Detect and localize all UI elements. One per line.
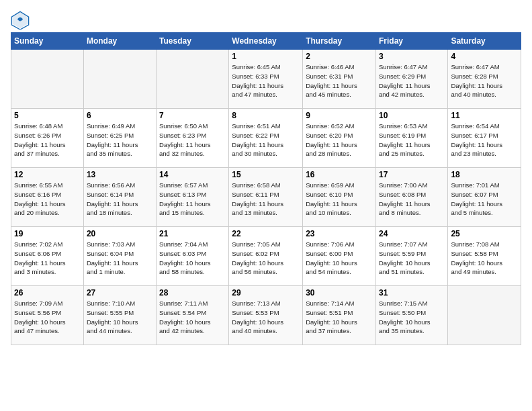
calendar-cell: 2Sunrise: 6:46 AM Sunset: 6:31 PM Daylig… [303,50,376,109]
day-info: Sunrise: 6:48 AM Sunset: 6:26 PM Dayligh… [14,122,81,158]
weekday-header: Wednesday [229,33,303,50]
weekday-header: Monday [83,33,156,50]
calendar-cell: 25Sunrise: 7:08 AM Sunset: 5:58 PM Dayli… [448,227,521,286]
day-info: Sunrise: 7:00 AM Sunset: 6:08 PM Dayligh… [379,181,445,218]
calendar-week: 5Sunrise: 6:48 AM Sunset: 6:26 PM Daylig… [11,109,521,168]
calendar-week: 26Sunrise: 7:09 AM Sunset: 5:56 PM Dayli… [11,286,521,345]
calendar-week: 12Sunrise: 6:55 AM Sunset: 6:16 PM Dayli… [11,168,521,227]
calendar-cell: 24Sunrise: 7:07 AM Sunset: 5:59 PM Dayli… [375,227,447,286]
day-number: 22 [232,229,300,238]
day-info: Sunrise: 6:50 AM Sunset: 6:23 PM Dayligh… [159,122,226,158]
calendar-cell: 19Sunrise: 7:02 AM Sunset: 6:06 PM Dayli… [11,227,84,286]
calendar-cell: 9Sunrise: 6:52 AM Sunset: 6:20 PM Daylig… [303,109,376,168]
calendar-cell: 15Sunrise: 6:58 AM Sunset: 6:11 PM Dayli… [229,168,303,227]
day-info: Sunrise: 6:55 AM Sunset: 6:16 PM Dayligh… [14,181,81,218]
calendar-header: SundayMondayTuesdayWednesdayThursdayFrid… [11,33,521,50]
day-info: Sunrise: 7:15 AM Sunset: 5:50 PM Dayligh… [379,299,445,336]
calendar-cell: 3Sunrise: 6:47 AM Sunset: 6:29 PM Daylig… [375,50,447,109]
calendar-cell: 29Sunrise: 7:13 AM Sunset: 5:53 PM Dayli… [229,286,303,345]
day-number: 31 [379,288,445,298]
day-info: Sunrise: 6:49 AM Sunset: 6:25 PM Dayligh… [87,122,153,158]
calendar-table: SundayMondayTuesdayWednesdayThursdayFrid… [11,32,521,345]
day-info: Sunrise: 6:59 AM Sunset: 6:10 PM Dayligh… [306,181,373,218]
day-number: 19 [14,229,81,238]
logo-icon [11,11,30,30]
calendar-cell: 5Sunrise: 6:48 AM Sunset: 6:26 PM Daylig… [11,109,84,168]
day-number: 4 [451,52,518,61]
day-number: 6 [87,111,153,120]
day-info: Sunrise: 7:07 AM Sunset: 5:59 PM Dayligh… [379,240,445,277]
day-number: 29 [232,288,300,298]
day-number: 17 [379,170,445,179]
weekday-header: Saturday [448,33,521,50]
day-number: 28 [159,288,226,298]
day-info: Sunrise: 6:58 AM Sunset: 6:11 PM Dayligh… [232,181,300,218]
calendar-cell: 6Sunrise: 6:49 AM Sunset: 6:25 PM Daylig… [83,109,156,168]
day-number: 26 [14,288,81,298]
calendar-cell [157,50,229,109]
day-info: Sunrise: 7:06 AM Sunset: 6:00 PM Dayligh… [306,240,373,277]
logo [11,11,31,30]
calendar-cell: 18Sunrise: 7:01 AM Sunset: 6:07 PM Dayli… [448,168,521,227]
weekday-header: Friday [375,33,447,50]
weekday-header: Thursday [303,33,376,50]
day-number: 10 [379,111,445,120]
calendar-cell: 27Sunrise: 7:10 AM Sunset: 5:55 PM Dayli… [83,286,156,345]
day-info: Sunrise: 7:14 AM Sunset: 5:51 PM Dayligh… [306,299,373,336]
day-info: Sunrise: 7:10 AM Sunset: 5:55 PM Dayligh… [87,299,153,336]
day-number: 8 [232,111,300,120]
calendar-cell: 31Sunrise: 7:15 AM Sunset: 5:50 PM Dayli… [375,286,447,345]
day-number: 14 [159,170,226,179]
calendar-body: 1Sunrise: 6:45 AM Sunset: 6:33 PM Daylig… [11,50,521,345]
calendar-cell [11,50,84,109]
calendar-cell [83,50,156,109]
weekday-header: Sunday [11,33,84,50]
calendar-cell: 14Sunrise: 6:57 AM Sunset: 6:13 PM Dayli… [157,168,229,227]
day-info: Sunrise: 6:53 AM Sunset: 6:19 PM Dayligh… [379,122,445,158]
day-number: 30 [306,288,373,298]
day-info: Sunrise: 7:09 AM Sunset: 5:56 PM Dayligh… [14,299,81,336]
calendar-cell [448,286,521,345]
calendar-cell: 28Sunrise: 7:11 AM Sunset: 5:54 PM Dayli… [157,286,229,345]
calendar-cell: 26Sunrise: 7:09 AM Sunset: 5:56 PM Dayli… [11,286,84,345]
day-info: Sunrise: 7:04 AM Sunset: 6:03 PM Dayligh… [159,240,226,277]
calendar-cell: 11Sunrise: 6:54 AM Sunset: 6:17 PM Dayli… [448,109,521,168]
calendar-cell: 22Sunrise: 7:05 AM Sunset: 6:02 PM Dayli… [229,227,303,286]
day-number: 23 [306,229,373,238]
day-number: 11 [451,111,518,120]
weekday-header: Tuesday [157,33,229,50]
calendar-week: 1Sunrise: 6:45 AM Sunset: 6:33 PM Daylig… [11,50,521,109]
day-number: 2 [306,52,373,61]
calendar-cell: 20Sunrise: 7:03 AM Sunset: 6:04 PM Dayli… [83,227,156,286]
day-info: Sunrise: 6:57 AM Sunset: 6:13 PM Dayligh… [159,181,226,218]
calendar-cell: 4Sunrise: 6:47 AM Sunset: 6:28 PM Daylig… [448,50,521,109]
day-info: Sunrise: 7:13 AM Sunset: 5:53 PM Dayligh… [232,299,300,336]
day-number: 3 [379,52,445,61]
day-info: Sunrise: 6:45 AM Sunset: 6:33 PM Dayligh… [232,62,300,99]
day-number: 7 [159,111,226,120]
day-number: 1 [232,52,300,61]
calendar-cell: 12Sunrise: 6:55 AM Sunset: 6:16 PM Dayli… [11,168,84,227]
day-info: Sunrise: 6:47 AM Sunset: 6:29 PM Dayligh… [379,62,445,99]
calendar-cell: 13Sunrise: 6:56 AM Sunset: 6:14 PM Dayli… [83,168,156,227]
calendar-week: 19Sunrise: 7:02 AM Sunset: 6:06 PM Dayli… [11,227,521,286]
page-container: SundayMondayTuesdayWednesdayThursdayFrid… [0,0,532,351]
day-info: Sunrise: 6:47 AM Sunset: 6:28 PM Dayligh… [451,62,518,99]
day-number: 12 [14,170,81,179]
day-info: Sunrise: 6:52 AM Sunset: 6:20 PM Dayligh… [306,122,373,158]
day-info: Sunrise: 7:03 AM Sunset: 6:04 PM Dayligh… [87,240,153,277]
day-number: 18 [451,170,518,179]
day-number: 27 [87,288,153,298]
day-info: Sunrise: 7:08 AM Sunset: 5:58 PM Dayligh… [451,240,518,277]
day-info: Sunrise: 6:56 AM Sunset: 6:14 PM Dayligh… [87,181,153,218]
day-info: Sunrise: 7:11 AM Sunset: 5:54 PM Dayligh… [159,299,226,336]
day-info: Sunrise: 7:05 AM Sunset: 6:02 PM Dayligh… [232,240,300,277]
day-info: Sunrise: 6:51 AM Sunset: 6:22 PM Dayligh… [232,122,300,158]
calendar-cell: 10Sunrise: 6:53 AM Sunset: 6:19 PM Dayli… [375,109,447,168]
day-number: 20 [87,229,153,238]
calendar-cell: 23Sunrise: 7:06 AM Sunset: 6:00 PM Dayli… [303,227,376,286]
day-number: 24 [379,229,445,238]
day-info: Sunrise: 7:02 AM Sunset: 6:06 PM Dayligh… [14,240,81,277]
calendar-cell: 17Sunrise: 7:00 AM Sunset: 6:08 PM Dayli… [375,168,447,227]
day-number: 15 [232,170,300,179]
